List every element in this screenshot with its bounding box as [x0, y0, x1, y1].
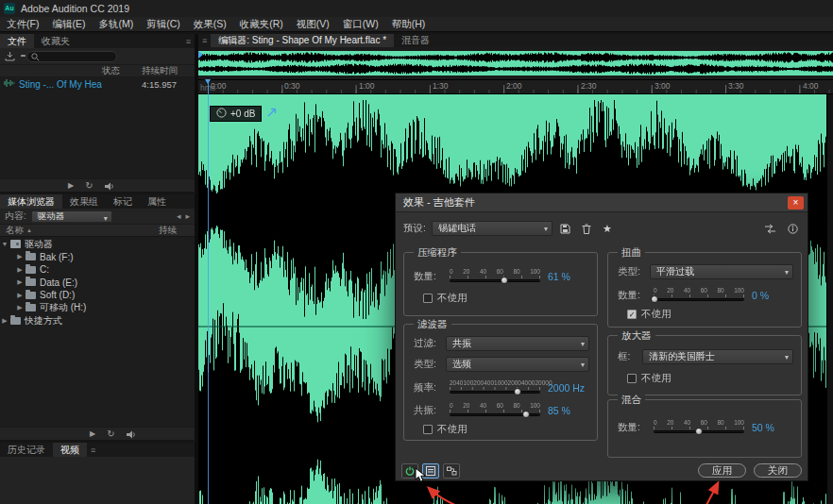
panel-grip-icon[interactable]: ≡ — [198, 36, 211, 45]
routing-icon[interactable] — [762, 221, 777, 236]
volume-knob-icon[interactable] — [216, 108, 227, 120]
close-button[interactable]: 关闭 — [754, 463, 802, 478]
tree-item-c[interactable]: ▶C: — [0, 263, 195, 277]
loop-icon[interactable]: ↻ — [85, 181, 93, 191]
tab-effects-rack[interactable]: 效果组 — [62, 194, 106, 209]
tree-item-soft[interactable]: ▶Soft (D:) — [0, 289, 195, 302]
overview-waveform-canvas[interactable] — [198, 51, 833, 76]
hud-pin-icon[interactable] — [266, 105, 278, 122]
checkbox-box[interactable] — [423, 425, 433, 434]
slider-knob[interactable] — [695, 428, 703, 435]
compressor-amount-value[interactable]: 61 % — [544, 271, 589, 282]
filter-type-select[interactable]: 选频 — [446, 357, 589, 372]
tree-item-data[interactable]: ▶Data (E:) — [0, 277, 195, 290]
tab-favorites[interactable]: 收藏夹 — [34, 34, 77, 48]
disclosure-collapsed-icon[interactable]: ▶ — [15, 253, 25, 260]
slider-track[interactable] — [450, 279, 540, 282]
tab-editor[interactable]: 编辑器: Sting - Shape Of My Heart.flac * — [211, 34, 394, 47]
column-duration[interactable]: 持续 — [159, 225, 195, 237]
content-select[interactable]: 驱动器 — [31, 210, 112, 223]
preset-select[interactable]: 锡罐电话 — [432, 221, 552, 236]
tree-item-bak[interactable]: ▶Bak (F:) — [0, 251, 195, 264]
volume-hud[interactable]: +0 dB — [210, 106, 262, 122]
panel-menu-icon[interactable]: ≡ — [87, 445, 99, 455]
power-toggle-button[interactable] — [401, 463, 418, 479]
search-input[interactable] — [42, 52, 112, 61]
slider-track[interactable] — [450, 391, 540, 394]
disclosure-collapsed-icon[interactable]: ▶ — [0, 317, 9, 325]
tab-video[interactable]: 视频 — [53, 443, 87, 457]
tree-item-removable[interactable]: ▶可移动 (H:) — [0, 302, 195, 315]
checkbox-box[interactable] — [627, 374, 637, 383]
mix-amount-value[interactable]: 50 % — [748, 422, 793, 433]
tab-media-browser[interactable]: 媒体浏览器 — [0, 194, 62, 209]
menu-item-edit[interactable]: 编辑(E) — [45, 18, 92, 31]
loop-icon[interactable]: ↻ — [107, 429, 114, 439]
distortion-bypass-checkbox[interactable]: ✓ 不使用 — [627, 308, 801, 321]
slider-knob[interactable] — [651, 295, 658, 303]
column-status[interactable]: 状态 — [102, 65, 142, 77]
play-icon[interactable]: ▶ — [90, 429, 95, 438]
speaker-icon[interactable] — [127, 426, 137, 443]
hud-db-value[interactable]: +0 dB — [230, 109, 255, 119]
search-box[interactable] — [26, 51, 117, 62]
menu-item-help[interactable]: 帮助(H) — [385, 18, 433, 31]
filter-res-value[interactable]: 85 % — [544, 405, 589, 416]
disclosure-collapsed-icon[interactable]: ▶ — [15, 266, 25, 274]
slider-track[interactable] — [654, 298, 744, 301]
tree-item-shortcuts[interactable]: ▶快捷方式 — [0, 314, 195, 328]
tab-history[interactable]: 历史记录 — [0, 443, 53, 457]
play-icon[interactable]: ▶ — [68, 181, 74, 190]
nav-forward-icon[interactable]: ▸ — [185, 211, 190, 221]
save-preset-icon[interactable] — [558, 221, 573, 236]
column-name[interactable]: 名称 — [0, 225, 24, 237]
overview-strip[interactable] — [198, 51, 833, 76]
menu-item-effects[interactable]: 效果(S) — [187, 18, 233, 31]
delete-preset-icon[interactable] — [579, 221, 594, 236]
file-row[interactable]: Sting -... Of My Heart.flac * 4:15.957 — [0, 77, 195, 91]
distortion-amount-value[interactable]: 0 % — [748, 290, 793, 301]
tree-item-drives[interactable]: ▼驱动器 — [0, 238, 195, 251]
menu-item-file[interactable]: 文件(F) — [0, 18, 45, 31]
menu-item-clip[interactable]: 剪辑(C) — [140, 18, 187, 31]
nav-back-icon[interactable]: ◂ — [177, 211, 181, 221]
checkbox-box[interactable]: ✓ — [627, 310, 637, 319]
column-duration[interactable]: 持续时间 — [142, 65, 195, 77]
disclosure-collapsed-icon[interactable]: ▶ — [15, 304, 25, 311]
filter-freq-slider[interactable]: 204010020040010002000400020000 — [450, 379, 540, 396]
amplifier-box-select[interactable]: 清新的美国爵士 — [642, 349, 793, 364]
filter-res-slider[interactable]: 020406080100 — [450, 402, 540, 419]
dialog-titlebar[interactable]: 效果 - 吉他套件 — [396, 193, 808, 212]
amplifier-bypass-checkbox[interactable]: 不使用 — [627, 372, 801, 385]
overview-playhead-icon[interactable] — [198, 51, 203, 59]
distortion-amount-slider[interactable]: 020406080100 — [654, 287, 744, 304]
favorite-star-icon[interactable]: ★ — [600, 221, 615, 236]
panel-menu-icon[interactable]: ≡ — [182, 37, 195, 46]
slider-knob[interactable] — [522, 411, 530, 418]
timeline-ruler[interactable]: hms 0:00 0:30 1:00 1:30 2:00 2:30 3:00 3… — [198, 79, 833, 94]
import-file-icon[interactable] — [5, 48, 15, 65]
compressor-bypass-checkbox[interactable]: 不使用 — [423, 292, 597, 305]
vertical-scrollbar[interactable] — [826, 94, 833, 504]
filter-filter-select[interactable]: 共振 — [446, 336, 589, 351]
dialog-close-icon[interactable]: × — [788, 196, 804, 210]
preview-toggle-button[interactable] — [422, 463, 439, 479]
speaker-icon[interactable] — [105, 177, 115, 194]
playhead[interactable] — [208, 79, 209, 504]
menu-item-window[interactable]: 窗口(W) — [336, 18, 385, 31]
slider-knob[interactable] — [501, 277, 508, 284]
menu-item-multitrack[interactable]: 多轨(M) — [92, 18, 140, 31]
compressor-amount-slider[interactable]: 020406080100 — [450, 268, 540, 285]
tab-mixer[interactable]: 混音器 — [394, 34, 437, 47]
output-monitor-button[interactable] — [443, 463, 460, 479]
filter-bypass-checkbox[interactable]: 不使用 — [423, 423, 597, 436]
tab-properties[interactable]: 属性 — [140, 194, 174, 209]
distortion-type-select[interactable]: 平滑过载 — [650, 264, 793, 279]
mix-amount-slider[interactable]: 020406080100 — [654, 419, 744, 436]
apply-button[interactable]: 应用 — [698, 463, 746, 478]
slider-track[interactable] — [654, 430, 744, 433]
disclosure-collapsed-icon[interactable]: ▶ — [15, 278, 25, 286]
tab-files[interactable]: 文件 — [0, 34, 34, 48]
menu-item-view[interactable]: 视图(V) — [290, 18, 336, 31]
info-icon[interactable] — [785, 221, 800, 236]
